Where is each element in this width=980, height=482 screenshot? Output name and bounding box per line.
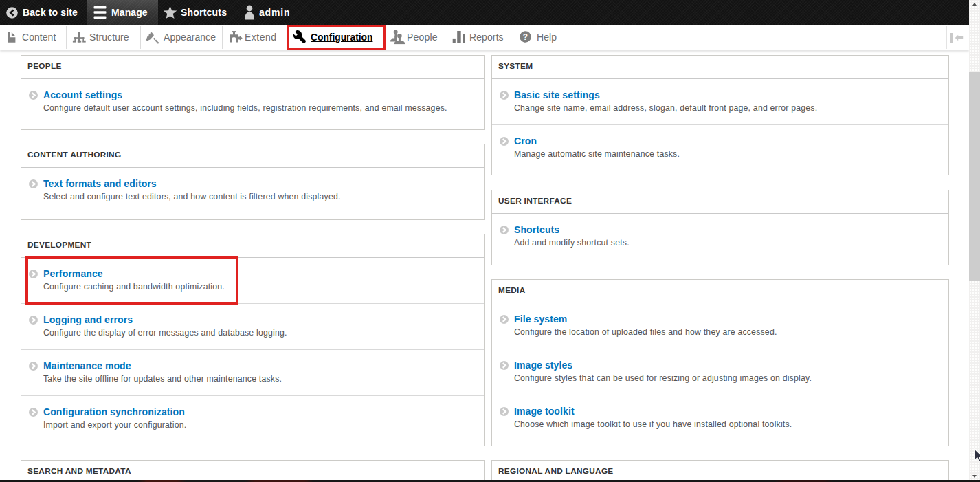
svg-text:?: ? xyxy=(523,32,528,42)
